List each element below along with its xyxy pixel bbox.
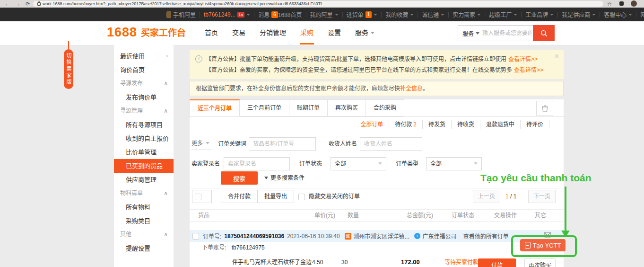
hide-closed-label[interactable]: 隐藏交易关闭的订单 bbox=[309, 189, 360, 204]
merge-pay-button[interactable]: 合并付款 bbox=[221, 190, 258, 203]
messages-link[interactable]: 消息 6 bbox=[258, 10, 278, 18]
complete-info-link[interactable]: 补全信息 bbox=[400, 85, 423, 92]
close-icon[interactable]: × bbox=[555, 51, 559, 62]
topbar-link-cart[interactable]: 进货单1 bbox=[347, 10, 378, 18]
search-button[interactable] bbox=[533, 25, 555, 41]
topbar-link-chengxintong[interactable]: 诚信通 bbox=[422, 10, 444, 18]
order-time: 2021-06-16 10:39:40 bbox=[287, 233, 339, 240]
topbar-link-favorites[interactable]: 我的收藏 bbox=[385, 10, 414, 18]
level-badge: Lv bbox=[237, 12, 245, 18]
browser-toolbar: ← → ⟳ work.1688.com/home/buyer.htm?_path… bbox=[0, 0, 644, 8]
nav-trade[interactable]: 交易 bbox=[225, 21, 252, 44]
sidebar-section-other[interactable]: 其他∧ bbox=[114, 228, 174, 241]
prev-page-button[interactable]: 上一页 bbox=[473, 190, 500, 203]
logo-1688[interactable]: 1688 买家工作台 bbox=[107, 25, 186, 39]
nav-home[interactable]: 首页 bbox=[198, 21, 225, 44]
sidebar-item-price-compare[interactable]: 比价单管理 bbox=[114, 145, 174, 159]
select-all-box[interactable] bbox=[192, 190, 212, 203]
sidebar-item-inquiry-home[interactable]: 询价首页 bbox=[114, 63, 174, 77]
keyword-input[interactable] bbox=[249, 137, 316, 151]
product-title[interactable]: 伴手礼马克杯大理石纹杯子金边 bbox=[232, 258, 312, 266]
view-all-orders-link[interactable]: 查看他的所有订单 bbox=[463, 232, 509, 240]
chevron-down-icon[interactable] bbox=[476, 32, 479, 35]
sidebar-item-reminder-settings[interactable]: 提醒设置 bbox=[114, 241, 174, 255]
order-type-select[interactable]: 全部 bbox=[426, 157, 482, 170]
filter-pending-shipment[interactable]: 待发货 bbox=[423, 120, 452, 129]
receiver-input[interactable] bbox=[360, 137, 422, 151]
tab-contract-purchase[interactable]: 合约采购 bbox=[366, 99, 404, 116]
annotation-arrowhead bbox=[561, 231, 570, 237]
seller-switch-tab[interactable]: 切换卖家版 bbox=[64, 49, 73, 89]
search-submit-button[interactable]: 搜索 bbox=[221, 171, 258, 185]
chengxintong-icon: 诚 bbox=[345, 233, 351, 240]
nav-settings[interactable]: 设置 bbox=[321, 21, 348, 44]
order-checkbox[interactable] bbox=[192, 233, 199, 240]
browser-reload-icon[interactable]: ⟳ bbox=[26, 0, 30, 7]
mobile-ali-link[interactable]: 手机阿里 bbox=[166, 10, 196, 18]
select-all-checkbox[interactable] bbox=[195, 194, 201, 200]
seller-login-input[interactable] bbox=[224, 157, 290, 170]
filter-pending-receipt[interactable]: 待收货 bbox=[452, 120, 480, 129]
bookmark-star-icon[interactable]: ☆ bbox=[607, 0, 612, 7]
sidebar-item-publish-inquiry[interactable]: 发布询价单 bbox=[114, 90, 174, 104]
topbar-link-industry-brand[interactable]: 工业品牌 bbox=[525, 10, 554, 18]
trash-button[interactable] bbox=[536, 101, 553, 116]
sidebar-item-received-quotes[interactable]: 收到的自主报价 bbox=[114, 132, 174, 145]
browser-back-icon[interactable]: ← bbox=[5, 0, 10, 7]
browser-avatar[interactable] bbox=[631, 0, 637, 7]
batch-export-button[interactable]: 批量导出 bbox=[257, 190, 294, 203]
topbar-link-super-factory[interactable]: 超级工厂 bbox=[489, 10, 517, 18]
sidebar-section-sourcing-publish[interactable]: 寻源发布∧ bbox=[114, 77, 174, 90]
seller-address[interactable]: 潮州市潮安区浮洋镇... bbox=[354, 232, 409, 240]
view-details-link[interactable]: 查看详情>> bbox=[508, 56, 538, 62]
topbar-link-supplier[interactable]: 我是供应商 bbox=[562, 10, 596, 18]
address-bar[interactable]: work.1688.com/home/buyer.htm?_path_=buye… bbox=[33, 1, 603, 7]
filter-pending-payment[interactable]: 待付款2 bbox=[389, 120, 423, 129]
hide-closed-checkbox[interactable] bbox=[298, 194, 305, 200]
browser-forward-icon[interactable]: → bbox=[15, 0, 20, 7]
wangwang-chat-icon[interactable]: 1 bbox=[414, 233, 420, 239]
tab-recent-3-months[interactable]: 近三个月订单 bbox=[190, 99, 240, 116]
sidebar-section-sourcing-mgmt[interactable]: 寻源管理∧ bbox=[114, 104, 174, 118]
sidebar-item-purchased-goods[interactable]: 已买到的货品 bbox=[114, 159, 174, 173]
username[interactable]: tb7661249... bbox=[204, 11, 235, 18]
nav-procurement[interactable]: 采购 bbox=[293, 21, 321, 44]
sidebar-section-bom[interactable]: 物料清单∧ bbox=[114, 187, 174, 200]
sidebar-item-purchase-category[interactable]: 采购类目 bbox=[114, 214, 174, 228]
more-dropdown[interactable]: 更多 bbox=[191, 137, 212, 150]
filter-refund-return[interactable]: 退款退货中 bbox=[480, 120, 521, 129]
create-payment-request-button[interactable]: Tạo YCTT bbox=[520, 239, 566, 251]
seller-company[interactable]: 广东佳福公司 bbox=[423, 232, 457, 240]
topbar-link-sitemap[interactable]: 网站导航 bbox=[640, 10, 644, 18]
rebuy-button[interactable]: 再次购买 bbox=[524, 258, 556, 267]
topbar-link-strength-merchant[interactable]: 实力商家 bbox=[453, 10, 481, 18]
filter-pending-review[interactable]: 待评价 bbox=[521, 120, 549, 129]
topbar-link-myali[interactable]: 我的阿里 bbox=[310, 10, 339, 18]
sidebar-item-all-materials[interactable]: 所有物料 bbox=[114, 200, 174, 214]
col-total: 总金额(元) bbox=[407, 210, 433, 221]
topbar-link-home1688[interactable]: 1688首页 bbox=[278, 10, 302, 18]
service-search-input[interactable] bbox=[481, 29, 533, 37]
product-row: 伴手礼马克杯大理石纹杯子金边 4.50 30 172.00 等待买家付款 付款 … bbox=[190, 254, 564, 267]
sidebar-item-recent[interactable]: 最近使用› bbox=[114, 49, 174, 63]
more-search-conditions[interactable]: 更多搜索条件 bbox=[264, 171, 305, 185]
tab-before-3-months[interactable]: 三个月前订单 bbox=[240, 99, 289, 116]
pay-button[interactable]: 付款 bbox=[478, 258, 516, 267]
next-page-button[interactable]: 下一页 bbox=[528, 190, 556, 203]
search-category[interactable]: 服务 bbox=[458, 29, 476, 37]
tab-rebuy[interactable]: 再次购买 bbox=[328, 99, 366, 116]
nav-service[interactable]: 服务 bbox=[348, 21, 382, 44]
view-details-link[interactable]: 查看详情>> bbox=[514, 67, 543, 73]
account-value: tb766124975 bbox=[232, 244, 265, 251]
order-status-select[interactable]: 全部 bbox=[331, 157, 386, 170]
topbar-link-service-center[interactable]: 客服中心 bbox=[604, 10, 632, 18]
sidebar-item-supplier-mgmt[interactable]: 供应商管理 bbox=[114, 173, 174, 187]
col-goods: 货品 bbox=[198, 210, 209, 221]
filter-all-orders[interactable]: 全部订单 bbox=[355, 120, 389, 129]
extensions-icon[interactable] bbox=[619, 1, 624, 6]
sidebar-item-all-sourcing[interactable]: 所有寻源项目 bbox=[114, 118, 174, 132]
url-text[interactable]: work.1688.com/home/buyer.htm?_path_=buye… bbox=[43, 1, 599, 6]
account-menu[interactable]: tb7661249... Lv bbox=[204, 11, 250, 18]
nav-distribution[interactable]: 分销管理 bbox=[252, 21, 293, 44]
tab-credit-orders[interactable]: 账期订单 bbox=[289, 99, 328, 116]
